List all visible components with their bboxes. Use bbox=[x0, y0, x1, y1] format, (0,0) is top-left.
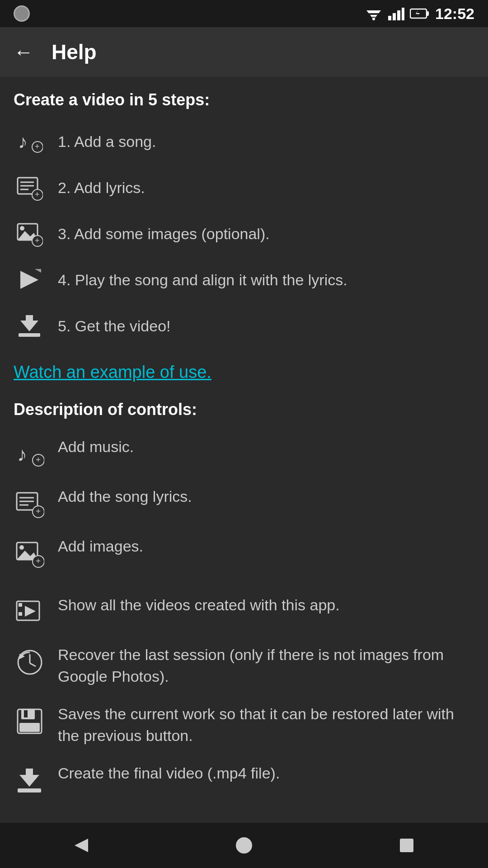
svg-rect-54 bbox=[24, 710, 28, 717]
music-add-icon: ♪ + bbox=[14, 126, 45, 157]
music-add-ctrl-icon: ♪ + bbox=[14, 438, 45, 470]
toolbar: ← Help bbox=[0, 27, 488, 77]
steps-title: Create a video in 5 steps: bbox=[14, 90, 474, 109]
svg-point-22 bbox=[20, 226, 24, 231]
svg-rect-29 bbox=[19, 333, 40, 337]
control-recover-session: Recover the last session (only if there … bbox=[14, 636, 474, 695]
save-ctrl-icon bbox=[14, 705, 45, 737]
play-align-icon bbox=[14, 264, 45, 296]
control-add-lyrics-text: Add the song lyrics. bbox=[58, 486, 192, 508]
svg-rect-8 bbox=[402, 8, 404, 20]
video-library-ctrl-icon bbox=[14, 596, 45, 628]
step-1-text: 1. Add a song. bbox=[58, 133, 156, 151]
svg-marker-11 bbox=[416, 10, 420, 17]
content: Create a video in 5 steps: ♪ + 1. Add a … bbox=[0, 77, 488, 868]
svg-rect-55 bbox=[19, 723, 40, 732]
image-add-ctrl-icon: + bbox=[14, 538, 45, 569]
svg-rect-5 bbox=[388, 16, 391, 20]
svg-rect-57 bbox=[18, 788, 41, 793]
svg-marker-26 bbox=[20, 271, 38, 289]
signal-icon bbox=[388, 7, 404, 20]
control-recover-session-text: Recover the last session (only if there … bbox=[58, 644, 474, 687]
camera-dot-icon bbox=[14, 5, 30, 22]
nav-home-button[interactable] bbox=[226, 827, 262, 863]
step-5: 5. Get the video! bbox=[14, 303, 474, 349]
download-icon-step bbox=[14, 310, 45, 342]
svg-rect-47 bbox=[19, 612, 22, 616]
download-ctrl-icon bbox=[14, 764, 45, 796]
step-4: 4. Play the song and align it with the l… bbox=[14, 257, 474, 303]
nav-recent-button[interactable] bbox=[389, 827, 425, 863]
svg-rect-46 bbox=[19, 603, 22, 607]
control-add-music: ♪ + Add music. bbox=[14, 428, 474, 478]
bottom-navigation bbox=[0, 823, 488, 868]
status-bar-right: 12:52 bbox=[365, 5, 474, 23]
step-5-text: 5. Get the video! bbox=[58, 317, 171, 335]
back-button[interactable]: ← bbox=[14, 42, 33, 62]
step-4-text: 4. Play the song and align it with the l… bbox=[58, 271, 347, 289]
svg-rect-53 bbox=[21, 709, 35, 719]
controls-title: Description of controls: bbox=[14, 400, 474, 419]
svg-text:+: + bbox=[36, 455, 41, 464]
control-add-images-text: Add images. bbox=[58, 536, 143, 557]
image-add-icon: + bbox=[14, 218, 45, 250]
svg-text:♪: ♪ bbox=[17, 443, 27, 465]
controls-section: Description of controls: ♪ + Add music. bbox=[14, 400, 474, 804]
svg-marker-28 bbox=[20, 315, 38, 331]
status-time: 12:52 bbox=[435, 5, 474, 23]
status-bar: 12:52 bbox=[0, 0, 488, 27]
battery-icon bbox=[410, 7, 430, 20]
svg-text:+: + bbox=[35, 142, 40, 151]
control-add-images: + Add images. bbox=[14, 528, 474, 577]
history-ctrl-icon bbox=[14, 646, 45, 678]
step-1: ♪ + 1. Add a song. bbox=[14, 118, 474, 165]
svg-point-4 bbox=[372, 18, 375, 20]
lyrics-add-ctrl-icon: + bbox=[14, 488, 45, 519]
svg-marker-56 bbox=[19, 769, 39, 787]
step-2-text: 2. Add lyrics. bbox=[58, 179, 145, 197]
svg-point-40 bbox=[19, 545, 24, 550]
control-download-video: Create the final video (.mp4 file). bbox=[14, 755, 474, 804]
control-add-lyrics: + Add the song lyrics. bbox=[14, 478, 474, 528]
svg-rect-60 bbox=[400, 839, 413, 852]
svg-text:+: + bbox=[35, 190, 40, 199]
control-show-videos-text: Show all the videos created with this ap… bbox=[58, 594, 340, 616]
control-add-music-text: Add music. bbox=[58, 436, 134, 458]
control-save-text: Saves the current work so that it can be… bbox=[58, 703, 474, 746]
control-save: Saves the current work so that it can be… bbox=[14, 695, 474, 755]
svg-rect-10 bbox=[427, 11, 429, 16]
watch-example-link[interactable]: Watch an example of use. bbox=[14, 363, 474, 382]
steps-section: Create a video in 5 steps: ♪ + 1. Add a … bbox=[14, 90, 474, 349]
svg-marker-45 bbox=[25, 606, 36, 617]
toolbar-title: Help bbox=[52, 40, 97, 64]
svg-marker-27 bbox=[35, 269, 41, 273]
control-show-videos: Show all the videos created with this ap… bbox=[14, 586, 474, 636]
lyrics-add-icon: + bbox=[14, 172, 45, 203]
svg-marker-58 bbox=[75, 839, 88, 852]
svg-text:+: + bbox=[35, 236, 40, 245]
status-bar-left bbox=[14, 5, 30, 22]
step-3: + 3. Add some images (optional). bbox=[14, 211, 474, 257]
nav-back-button[interactable] bbox=[63, 827, 99, 863]
svg-text:+: + bbox=[36, 506, 41, 516]
step-2: + 2. Add lyrics. bbox=[14, 165, 474, 211]
step-3-text: 3. Add some images (optional). bbox=[58, 225, 270, 243]
svg-rect-7 bbox=[397, 10, 400, 20]
svg-rect-6 bbox=[393, 13, 396, 20]
wifi-icon bbox=[365, 7, 383, 20]
svg-text:♪: ♪ bbox=[18, 131, 28, 152]
svg-point-59 bbox=[236, 837, 252, 854]
svg-line-51 bbox=[30, 663, 36, 666]
svg-text:+: + bbox=[36, 556, 41, 566]
control-download-video-text: Create the final video (.mp4 file). bbox=[58, 763, 280, 784]
